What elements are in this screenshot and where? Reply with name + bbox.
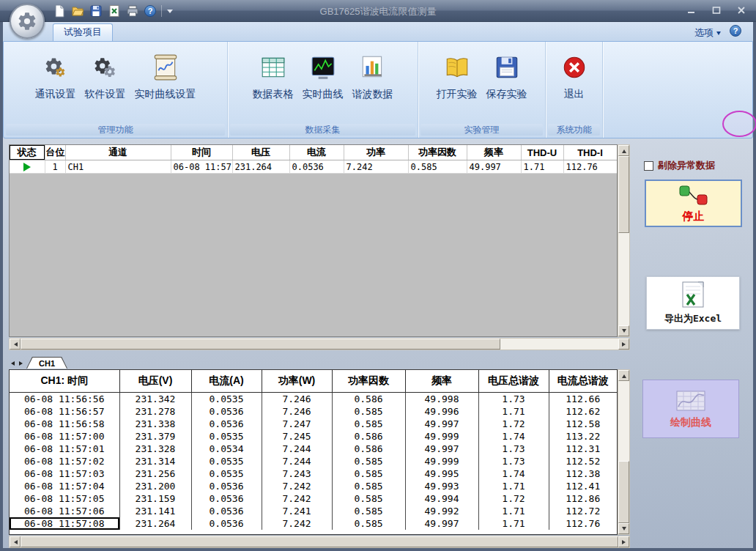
save-experiment-button[interactable]: 保存实验: [482, 52, 532, 103]
open-experiment-button[interactable]: 打开实验: [432, 52, 482, 103]
history-row[interactable]: 06-08 11:56:57231.2780.05367.2460.58549.…: [10, 405, 617, 418]
history-cell: 7.245: [262, 430, 332, 443]
live-col-header: 电流: [289, 145, 344, 160]
software-settings-button[interactable]: 软件设置: [81, 52, 130, 103]
history-cell: 7.242: [262, 492, 332, 505]
tab-scroll-right-icon[interactable]: [18, 358, 25, 369]
scroll-up-button[interactable]: [618, 145, 629, 156]
history-cell: 06-08 11:57:02: [10, 455, 119, 467]
history-cell: 49.993: [405, 480, 478, 492]
scroll-down-button[interactable]: [618, 325, 629, 336]
live-header-row: 状态台位通道时间电压电流功率功率因数频率THD-UTHD-I: [10, 145, 617, 160]
live-table-hscrollbar[interactable]: [9, 338, 630, 350]
history-row[interactable]: 06-08 11:56:58231.3380.05367.2470.58549.…: [10, 418, 617, 430]
history-cell: 1.72: [478, 492, 549, 505]
export-excel-button[interactable]: 导出为Excel: [646, 276, 740, 330]
application-menu-orb[interactable]: [10, 4, 45, 39]
live-col-header: 台位: [45, 145, 65, 160]
draw-curve-icon: [675, 389, 707, 414]
options-menu[interactable]: 选项: [694, 26, 721, 40]
minimize-button[interactable]: [686, 4, 697, 16]
history-col-header: 功率因数: [332, 370, 405, 392]
harmonic-data-button[interactable]: 谐波数据: [348, 52, 398, 103]
history-header-row: CH1: 时间电压(V)电流(A)功率(W)功率因数频率电压总谐波电流总谐波: [10, 370, 617, 392]
history-cell: 49.999: [405, 455, 478, 467]
live-col-header: 频率: [467, 145, 521, 160]
exit-button[interactable]: 退出: [556, 52, 593, 103]
realtime-curve-settings-button[interactable]: 实时曲线设置: [130, 52, 201, 103]
history-cell: 1.74: [478, 430, 549, 443]
live-cell: 231.264: [232, 160, 289, 174]
data-table-button[interactable]: 数据表格: [248, 52, 298, 103]
scroll-right-button[interactable]: [618, 536, 629, 547]
history-cell: 06-08 11:56:57: [10, 405, 119, 418]
realtime-curve-button[interactable]: 实时曲线: [298, 52, 348, 103]
live-table[interactable]: 状态台位通道时间电压电流功率功率因数频率THD-UTHD-I 1CH106-08…: [10, 145, 618, 174]
history-cell: 1.73: [478, 455, 549, 467]
history-row[interactable]: 06-08 11:57:00231.3790.05357.2450.58649.…: [10, 430, 617, 443]
history-cell: 231.342: [119, 392, 191, 405]
history-cell: 113.22: [549, 430, 617, 443]
history-row[interactable]: 06-08 11:57:04231.2000.05367.2420.58549.…: [10, 480, 617, 492]
history-cell: 0.0536: [191, 480, 262, 492]
scroll-thumb[interactable]: [618, 156, 629, 233]
tab-ch1[interactable]: CH1: [26, 357, 67, 369]
history-col-header: 电压(V): [119, 370, 191, 392]
stop-button[interactable]: 停止: [645, 180, 742, 227]
close-button[interactable]: [735, 4, 747, 16]
live-data-row[interactable]: 1CH106-08 11:57:08231.2640.05367.2420.58…: [10, 160, 617, 174]
exclude-abnormal-data-option: 剔除异常数据: [644, 159, 715, 172]
scroll-left-button[interactable]: [10, 339, 21, 350]
scroll-thumb[interactable]: [21, 536, 618, 547]
history-cell: 0.0535: [191, 430, 262, 443]
maximize-button[interactable]: [711, 4, 722, 16]
comm-settings-button[interactable]: 通讯设置: [31, 52, 81, 103]
scroll-left-button[interactable]: [10, 536, 21, 547]
ribbon-button-label: 软件设置: [85, 88, 126, 101]
history-cell: 112.31: [549, 443, 617, 455]
title-bar: ? GB17625谐波电流限值测量: [0, 0, 756, 22]
history-table[interactable]: CH1: 时间电压(V)电流(A)功率(W)功率因数频率电压总谐波电流总谐波 0…: [10, 370, 617, 530]
exclude-abnormal-checkbox[interactable]: [644, 161, 653, 171]
live-cell: CH1: [65, 160, 171, 174]
history-cell: 0.585: [332, 517, 405, 530]
ribbon-group-experiment: 打开实验 保存实验 实验管理: [418, 42, 546, 138]
history-cell: 7.246: [262, 405, 332, 418]
history-cell: 0.0536: [191, 505, 262, 517]
help-icon[interactable]: ?: [730, 25, 741, 37]
scroll-thumb[interactable]: [21, 339, 500, 350]
history-cell: 0.585: [332, 418, 405, 430]
group-caption-system: 系统功能: [548, 124, 600, 136]
history-cell: 231.264: [119, 517, 191, 530]
scroll-thumb[interactable]: [618, 461, 629, 523]
draw-curve-button[interactable]: 绘制曲线: [642, 380, 739, 438]
history-row[interactable]: 06-08 11:57:06231.1410.05367.2410.58549.…: [10, 505, 617, 517]
history-cell: 1.71: [478, 517, 549, 530]
ribbon-group-management: 通讯设置 软件设置 实时曲线设置 管理功能: [4, 42, 228, 138]
history-row[interactable]: 06-08 11:57:03231.2560.05357.2430.58549.…: [10, 467, 617, 480]
history-cell: 231.328: [119, 443, 191, 455]
application-window: ? GB17625谐波电流限值测量 试验项目 选项 ? 通讯设置: [0, 0, 756, 551]
scroll-up-button[interactable]: [618, 370, 629, 381]
history-col-header: 电压总谐波: [478, 370, 549, 392]
history-cell: 7.241: [262, 505, 332, 517]
live-table-vscrollbar[interactable]: [618, 144, 630, 337]
history-row[interactable]: 06-08 11:57:02231.3140.05357.2440.58549.…: [10, 455, 617, 467]
history-hscrollbar[interactable]: [9, 536, 630, 548]
history-cell: 0.585: [332, 480, 405, 492]
history-col-header: 功率(W): [262, 370, 332, 392]
live-col-header: 状态: [10, 145, 45, 160]
scroll-down-button[interactable]: [618, 523, 629, 534]
history-row[interactable]: 06-08 11:57:08231.2640.05367.2420.58549.…: [10, 517, 617, 530]
history-vscrollbar[interactable]: [618, 369, 630, 535]
history-cell: 112.58: [549, 418, 617, 430]
history-row[interactable]: 06-08 11:56:56231.3420.05357.2460.58649.…: [10, 392, 617, 405]
tab-test-project[interactable]: 试验项目: [53, 23, 113, 41]
scroll-right-button[interactable]: [618, 339, 629, 350]
history-row[interactable]: 06-08 11:57:05231.1590.05367.2420.58549.…: [10, 492, 617, 505]
tab-ch1-label: CH1: [27, 358, 67, 369]
history-cell: 0.0536: [191, 405, 262, 418]
ribbon-button-label: 打开实验: [437, 88, 478, 101]
history-row[interactable]: 06-08 11:57:01231.3280.05347.2440.58649.…: [10, 443, 617, 455]
tab-scroll-left-icon[interactable]: [9, 358, 16, 369]
